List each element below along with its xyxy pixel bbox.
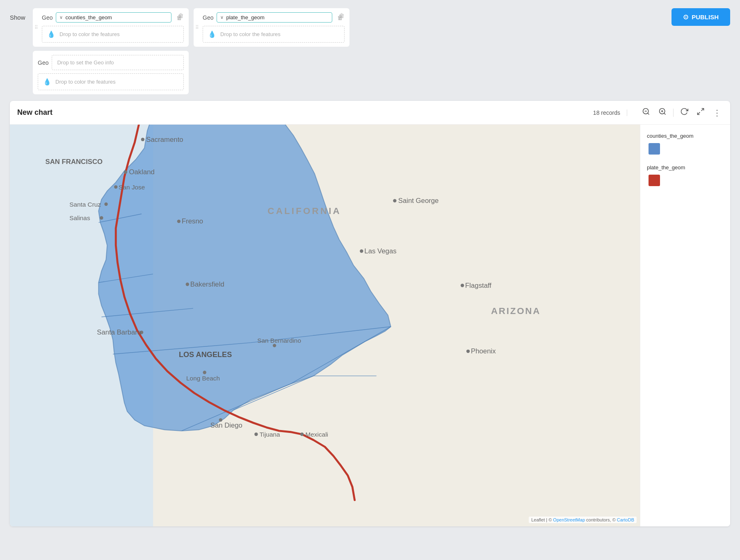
geo-label-3: Geo (38, 59, 48, 66)
leaflet-text: Leaflet | © (531, 517, 553, 522)
records-count: 18 records (593, 109, 627, 116)
drag-handle-1[interactable]: ⠿ (34, 25, 39, 30)
cartodb-link[interactable]: CartoDB (617, 517, 634, 522)
svg-text:Long Beach: Long Beach (186, 375, 220, 382)
color-drop-icon-1: 💧 (47, 30, 55, 38)
geo-select-value-2: plate_the_geom (226, 14, 264, 20)
zoom-in-button[interactable] (657, 107, 668, 118)
more-options-button[interactable]: ⋮ (711, 108, 723, 118)
svg-point-58 (254, 433, 258, 436)
svg-point-33 (104, 203, 107, 206)
svg-text:Saint George: Saint George (398, 197, 439, 205)
svg-text:San Jose: San Jose (119, 184, 145, 191)
svg-text:Tijuana: Tijuana (260, 431, 280, 438)
drop-color-label-3: Drop to color the features (55, 79, 116, 85)
drop-color-label-1: Drop to color the features (59, 31, 120, 37)
map-area: Carson City Ely Sacramento Oakland SAN F… (10, 125, 640, 526)
svg-point-41 (360, 249, 363, 253)
openstreetmap-link[interactable]: OpenStreetMap (553, 517, 585, 522)
legend-panel: counties_the_geom plate_the_geom (640, 125, 730, 526)
drop-color-label-2: Drop to color the features (220, 31, 281, 37)
refresh-button[interactable] (678, 107, 690, 118)
color-drop-icon-3: 💧 (43, 78, 51, 86)
svg-text:Mexicali: Mexicali (306, 431, 328, 438)
svg-line-4 (664, 113, 666, 115)
chevron-icon-2: ∨ (220, 15, 224, 20)
svg-point-28 (124, 171, 127, 174)
delete-card-1[interactable]: 🗑 (176, 11, 185, 20)
svg-text:Bakersfield: Bakersfield (190, 280, 224, 288)
geo-select-2[interactable]: ∨ plate_the_geom (217, 12, 332, 23)
svg-text:Santa Cruz: Santa Cruz (69, 201, 101, 208)
chevron-icon-1: ∨ (59, 15, 63, 20)
geo-column-1: ⠿ Geo ∨ counties_the_geom 🗑 💧 Drop to co… (33, 8, 189, 94)
svg-line-1 (648, 113, 649, 115)
svg-text:SAN FRANCISCO: SAN FRANCISCO (46, 158, 103, 166)
chart-container: New chart 18 records (10, 101, 730, 526)
contributors-text: contributors, © (586, 517, 617, 522)
svg-point-52 (273, 344, 276, 347)
toolbar-separator-1 (673, 109, 674, 117)
svg-text:Salinas: Salinas (69, 214, 90, 221)
show-label: Show (10, 8, 26, 21)
publish-label: PUBLISH (692, 14, 719, 20)
chart-body: Carson City Ely Sacramento Oakland SAN F… (10, 125, 730, 526)
legend-group-1: counties_the_geom (647, 133, 724, 155)
svg-line-8 (698, 112, 700, 115)
svg-text:Phoenix: Phoenix (471, 347, 496, 355)
geo-card-1: ⠿ Geo ∨ counties_the_geom 🗑 💧 Drop to co… (33, 8, 189, 47)
svg-point-43 (186, 282, 189, 286)
chart-header: New chart 18 records (10, 101, 730, 125)
svg-point-37 (177, 220, 180, 223)
svg-text:Las Vegas: Las Vegas (364, 247, 396, 255)
svg-text:San Diego: San Diego (210, 421, 242, 429)
drop-geo-zone-3[interactable]: Drop to set the Geo info (52, 55, 184, 70)
geo-card-3: Geo Drop to set the Geo info 💧 Drop to c… (33, 51, 189, 94)
legend-swatch-2 (649, 175, 660, 186)
drop-geo-label-3: Drop to set the Geo info (57, 59, 114, 66)
zoom-out-button[interactable] (640, 107, 652, 118)
drop-color-zone-2[interactable]: 💧 Drop to color the features (203, 26, 345, 43)
expand-button[interactable] (695, 107, 706, 118)
svg-point-31 (114, 185, 117, 189)
publish-icon: ⊙ (683, 13, 688, 21)
legend-name-1: counties_the_geom (647, 133, 724, 139)
geo-label-1: Geo (42, 14, 53, 21)
publish-button[interactable]: ⊙ PUBLISH (671, 8, 730, 26)
svg-point-26 (141, 138, 144, 141)
geo-card-2: ⠿ Geo ∨ plate_the_geom 🗑 💧 Drop to color… (194, 8, 349, 47)
color-drop-icon-2: 💧 (208, 30, 216, 38)
geo-column-2: ⠿ Geo ∨ plate_the_geom 🗑 💧 Drop to color… (194, 8, 349, 94)
svg-line-7 (701, 109, 704, 111)
legend-group-2: plate_the_geom (647, 164, 724, 186)
drop-color-zone-3[interactable]: 💧 Drop to color the features (38, 73, 184, 90)
svg-text:Sacramento: Sacramento (146, 136, 183, 143)
svg-text:Fresno: Fresno (182, 217, 203, 225)
map-attribution: Leaflet | © OpenStreetMap contributors, … (529, 517, 637, 523)
chart-toolbar: ⋮ (634, 107, 723, 118)
chart-title: New chart (17, 108, 587, 117)
svg-text:LOS ANGELES: LOS ANGELES (179, 351, 232, 359)
geo-cards-area: ⠿ Geo ∨ counties_the_geom 🗑 💧 Drop to co… (33, 8, 665, 94)
geo-label-2: Geo (203, 14, 213, 21)
svg-point-54 (466, 350, 470, 353)
drag-handle-2[interactable]: ⠿ (195, 25, 199, 30)
svg-point-45 (461, 284, 464, 287)
delete-card-2[interactable]: 🗑 (337, 11, 346, 20)
geo-select-1[interactable]: ∨ counties_the_geom (56, 12, 171, 23)
legend-name-2: plate_the_geom (647, 164, 724, 171)
svg-text:San Bernardino: San Bernardino (257, 337, 301, 344)
geo-select-value-1: counties_the_geom (65, 14, 112, 20)
svg-text:Oakland: Oakland (129, 168, 154, 176)
svg-text:Flagstaff: Flagstaff (465, 282, 491, 289)
legend-swatch-1 (649, 143, 660, 155)
svg-text:Santa Barbara: Santa Barbara (97, 328, 142, 336)
drop-color-zone-1[interactable]: 💧 Drop to color the features (42, 26, 184, 43)
svg-text:CALIFORNIA: CALIFORNIA (267, 206, 341, 216)
map-svg: Carson City Ely Sacramento Oakland SAN F… (10, 125, 640, 526)
svg-text:ARIZONA: ARIZONA (491, 306, 541, 316)
svg-point-39 (393, 199, 396, 202)
svg-point-60 (300, 433, 304, 436)
svg-point-50 (203, 371, 206, 374)
svg-point-35 (100, 216, 103, 219)
